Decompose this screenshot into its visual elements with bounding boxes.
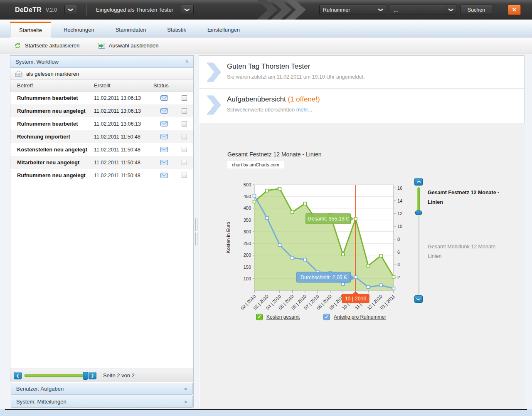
unread-envelope-icon xyxy=(153,173,175,178)
table-row[interactable]: Rufnummern neu angelegt11.02.2011 13:06:… xyxy=(10,104,193,117)
tab-rechnungen[interactable]: Rechnungen xyxy=(55,22,103,37)
collapsed-panel-benutzer-aufgaben[interactable]: Benutzer: Aufgaben» xyxy=(11,383,193,395)
selector-item-active[interactable]: Gesamt Festnetz 12 Monate - Linien xyxy=(428,188,500,207)
table-row[interactable]: Rechnung importiert11.02.2011 11:50:48 xyxy=(10,130,193,143)
workflow-panel: System: Workflow » als gelesen markieren… xyxy=(10,55,194,408)
row-checkbox[interactable] xyxy=(182,160,187,165)
svg-text:350: 350 xyxy=(244,218,251,223)
selector-item-inactive[interactable]: Gesamt Mobilfunk 12 Monate - Linien xyxy=(428,242,500,261)
table-row[interactable]: Rufnummern neu angelegt11.02.2011 11:50:… xyxy=(10,169,193,182)
svg-text:250: 250 xyxy=(244,241,251,246)
open-tasks-badge: (1 offene!) xyxy=(288,95,320,103)
legend-item-kosten-gesamt[interactable]: ✓Kosten gesamt xyxy=(256,314,300,320)
row-checkbox[interactable] xyxy=(182,121,187,126)
panel-splitter[interactable] xyxy=(194,55,199,408)
row-created: 11.02.2011 11:50:48 xyxy=(94,173,153,178)
more-link[interactable]: mehr... xyxy=(296,107,312,113)
close-button[interactable]: ✕ xyxy=(508,5,521,15)
page-slider-handle[interactable] xyxy=(83,372,88,380)
table-row[interactable]: Rufnummern bearbeitet11.02.2011 13:06:13 xyxy=(10,92,193,104)
svg-text:Gesamt: 355,13 €: Gesamt: 355,13 € xyxy=(308,216,349,222)
pagination-bar: ❮ ❯ Seite 2 von 2 xyxy=(10,369,193,382)
unread-envelope-icon xyxy=(153,147,175,152)
svg-text:8: 8 xyxy=(397,237,400,242)
workflow-panel-header[interactable]: System: Workflow » xyxy=(10,56,193,68)
svg-text:2: 2 xyxy=(397,275,400,280)
toolbar: Startseite aktualisieren Auswahl ausblen… xyxy=(0,37,532,54)
selector-up-button[interactable]: ❯ xyxy=(414,178,423,186)
svg-text:100: 100 xyxy=(244,276,251,281)
selector-handle[interactable] xyxy=(415,210,422,215)
chevron-down-icon: ❯ xyxy=(446,5,456,15)
table-row[interactable]: Rufnummern bearbeitet11.02.2011 13:06:13 xyxy=(10,117,193,130)
svg-text:14: 14 xyxy=(397,198,402,203)
row-created: 11.02.2011 13:06:13 xyxy=(94,121,153,127)
svg-text:500: 500 xyxy=(244,182,251,187)
workflow-panel-title: System: Workflow xyxy=(15,59,59,65)
row-checkbox[interactable] xyxy=(182,108,187,114)
row-created: 11.02.2011 11:50:48 xyxy=(94,134,153,140)
legend-label: Anteilig pro Rufnummer xyxy=(334,314,386,320)
page-slider-track[interactable] xyxy=(25,374,87,377)
legend-checkbox[interactable]: ✓ xyxy=(323,314,330,320)
table-row[interactable]: Mitarbeiter neu angelegt11.02.2011 11:50… xyxy=(10,156,193,169)
tab-statistik[interactable]: Statistik xyxy=(158,22,195,37)
legend-checkbox[interactable]: ✓ xyxy=(256,314,263,320)
row-created: 11.02.2011 13:06:13 xyxy=(94,95,153,101)
column-erstellt: Erstellt xyxy=(94,82,153,89)
column-betreff: Betreff xyxy=(10,82,94,89)
row-checkbox[interactable] xyxy=(182,134,187,139)
tasks-subtitle: Schwellenwerte überschritten mehr... xyxy=(227,107,320,113)
chevron-down-icon: ❯ xyxy=(376,5,386,15)
tab-stammdaten[interactable]: Stammdaten xyxy=(107,22,155,37)
header-bar: DeDeTR V.2.0 ❯ Eingelogged als Thorsten … xyxy=(0,0,532,20)
row-created: 11.02.2011 13:06:13 xyxy=(94,108,153,114)
hide-selection-label: Auswahl ausblenden xyxy=(109,42,159,49)
hide-selection-button[interactable]: Auswahl ausblenden xyxy=(98,42,159,49)
page-prev-button[interactable]: ❮ xyxy=(14,372,22,379)
legend-label: Kosten gesamt xyxy=(266,314,300,320)
main-panel: Guten Tag Thorsten Tester Sie waren zule… xyxy=(199,55,525,408)
row-subject: Rufnummern bearbeitet xyxy=(10,121,94,127)
tab-startseite[interactable]: Startseite xyxy=(10,22,51,37)
page-next-button[interactable]: ❯ xyxy=(89,372,96,379)
table-row[interactable]: Kostenstellen neu angelegt11.02.2011 11:… xyxy=(10,143,193,156)
search-term-value: ... xyxy=(390,7,446,13)
search-term-select[interactable]: ... ❯ xyxy=(390,5,456,15)
table-header: Betreff Erstellt Status xyxy=(10,80,193,92)
collapse-up-icon: » xyxy=(184,60,190,63)
search-category-select[interactable]: Rufnummer ❯ xyxy=(319,5,386,15)
table-body: Rufnummern bearbeitet11.02.2011 13:06:13… xyxy=(10,92,193,182)
mark-as-read-label: als gelesen markieren xyxy=(26,71,79,77)
svg-text:12: 12 xyxy=(397,211,402,216)
logged-in-label: Eingelogged als Thorsten Tester xyxy=(96,7,173,13)
collapsed-panel-system-mitteilungen[interactable]: System: Mitteilungen» xyxy=(11,396,193,408)
row-subject: Rufnummern neu angelegt xyxy=(10,108,94,114)
table-empty-area xyxy=(10,182,193,369)
window-frame xyxy=(0,410,532,416)
legend-item-anteilig-pro-rufnummer[interactable]: ✓Anteilig pro Rufnummer xyxy=(323,314,386,320)
mark-as-read-button[interactable]: als gelesen markieren xyxy=(10,68,193,80)
close-icon: ✕ xyxy=(512,7,517,13)
app-window: DeDeTR V.2.0 ❯ Eingelogged als Thorsten … xyxy=(0,0,532,416)
chart-title: Gesamt Festnetz 12 Monate - Linien xyxy=(227,151,321,158)
refresh-startpage-button[interactable]: Startseite aktualisieren xyxy=(14,42,80,49)
unread-envelope-icon xyxy=(153,134,175,139)
svg-text:Kosten in Euro: Kosten in Euro xyxy=(226,222,231,253)
expand-down-icon: » xyxy=(183,387,189,390)
user-menu-dropdown-button[interactable]: ❯ xyxy=(181,5,194,15)
selector-down-button[interactable]: ❯ xyxy=(414,295,423,303)
row-checkbox[interactable] xyxy=(182,147,187,152)
unread-envelope-icon xyxy=(153,108,175,114)
row-checkbox[interactable] xyxy=(182,173,187,178)
row-checkbox[interactable] xyxy=(182,95,187,101)
row-subject: Kostenstellen neu angelegt xyxy=(10,146,94,153)
tab-einstellungen[interactable]: Einstellungen xyxy=(199,22,249,37)
chart-legend: ✓Kosten gesamt✓Anteilig pro Rufnummer xyxy=(256,314,386,320)
selector-tick xyxy=(420,239,427,239)
chevron-right-icon xyxy=(206,62,221,82)
search-button[interactable]: Suchen xyxy=(461,5,492,15)
refresh-startpage-label: Startseite aktualisieren xyxy=(25,42,80,49)
chart-plot[interactable]: 1001502002503003504004505002468101214160… xyxy=(224,180,405,314)
app-menu-dropdown-button[interactable]: ❯ xyxy=(64,5,77,15)
